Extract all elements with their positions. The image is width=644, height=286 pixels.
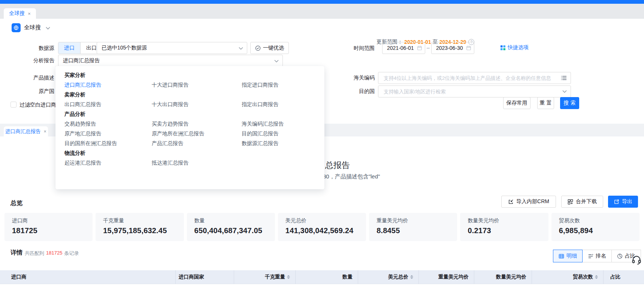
- time-range-label: 时间范围: [330, 42, 375, 54]
- destination-input[interactable]: [383, 88, 559, 95]
- stat-card-kg-weight: 千克重量 15,975,185,632.45: [96, 213, 184, 241]
- date-end-field[interactable]: [431, 42, 474, 54]
- dropdown-item[interactable]: 产品汇总报告: [152, 140, 242, 147]
- save-conditions-button[interactable]: 保存常用: [503, 97, 530, 109]
- sort-icon[interactable]: [410, 275, 413, 279]
- column-importer-country[interactable]: 进口商国家: [176, 270, 234, 284]
- dropdown-item[interactable]: 起运港汇总报告: [64, 160, 152, 166]
- report-title-fragment: 总报告: [325, 160, 350, 171]
- dropdown-item[interactable]: 数据源汇总报告: [242, 140, 324, 147]
- column-usd-per-qty[interactable]: 数量美元均价: [474, 270, 532, 284]
- export-button[interactable]: 导出: [608, 196, 638, 208]
- match-prefix: 共匹配到: [25, 250, 44, 257]
- date-start-field[interactable]: [382, 42, 425, 54]
- one-click-optimize-button[interactable]: 一键优选: [250, 42, 289, 54]
- tab-global-search[interactable]: 全球搜 ×: [4, 8, 36, 19]
- destination-field[interactable]: [378, 85, 571, 97]
- date-end-input[interactable]: [435, 45, 466, 51]
- app-header: 全球搜 使用教程 历史记录 常用条件 隐藏条件 高级搜索 ›: [0, 19, 644, 37]
- export-label: 导出: [622, 198, 632, 205]
- match-summary: 共匹配到 181725 条记录: [25, 250, 79, 257]
- reset-button[interactable]: 重 置: [537, 97, 554, 109]
- import-crm-label: 导入内部CRM: [516, 198, 549, 205]
- pie-icon: [617, 253, 623, 259]
- chevron-down-icon: [562, 90, 567, 93]
- stat-card-trade-count: 贸易次数 6,985,894: [551, 213, 640, 241]
- dropdown-item[interactable]: 出口商汇总报告: [64, 101, 152, 108]
- destination-label: 目的国: [330, 85, 375, 97]
- stat-value: 0.2173: [468, 226, 548, 235]
- stat-label: 数量: [194, 217, 275, 224]
- stat-label: 数量美元均价: [468, 217, 548, 224]
- data-source-select[interactable]: 已选中105个数据源: [97, 42, 247, 54]
- hs-code-input[interactable]: [383, 75, 558, 81]
- stat-card-usd-total: 美元总价 141,308,042,569.24: [278, 213, 366, 241]
- report-type-label: 分析报告: [9, 55, 54, 66]
- origin-country-label: 原产国: [9, 85, 54, 97]
- chevron-down-icon[interactable]: [46, 25, 50, 31]
- stat-card-usd-per-weight: 重量美元均价 8.8455: [369, 213, 457, 241]
- date-range-dash: –: [427, 45, 430, 51]
- dropdown-item[interactable]: 原产地所在洲汇总报告: [152, 130, 242, 137]
- dropdown-item[interactable]: 十大出口商报告: [152, 101, 242, 108]
- dropdown-item[interactable]: 目的国汇总报告: [242, 130, 324, 137]
- result-tab[interactable]: 进口商汇总报告 ×: [4, 126, 48, 136]
- filter-blank-checkbox[interactable]: [10, 102, 16, 108]
- dropdown-item[interactable]: 抵达港汇总报告: [152, 160, 242, 166]
- sort-icon[interactable]: [287, 275, 290, 279]
- column-importer[interactable]: 进口商: [0, 270, 176, 284]
- overview-heading: 总览: [10, 199, 22, 207]
- column-share[interactable]: 占比: [604, 270, 644, 284]
- merge-icon: [568, 199, 573, 205]
- calendar-icon: [417, 45, 422, 51]
- stat-value: 15,975,185,632.45: [103, 226, 184, 235]
- dropdown-item[interactable]: 目的国所在洲汇总报告: [64, 140, 152, 147]
- report-type-dropdown: 买家分析 进口商汇总报告 十大进口商报告 指定进口商报告 卖家分析 出口商汇总报…: [55, 66, 324, 189]
- search-button[interactable]: 搜 索: [560, 97, 579, 109]
- column-usd-total[interactable]: 美元总价: [358, 270, 419, 284]
- stat-label: 贸易次数: [559, 217, 640, 224]
- view-detail-button[interactable]: 明细: [553, 250, 583, 262]
- import-toggle[interactable]: 进口: [58, 42, 80, 54]
- column-kg-weight[interactable]: 千克重量: [234, 270, 296, 284]
- hs-code-field[interactable]: [378, 72, 571, 84]
- column-quantity[interactable]: 数量: [296, 270, 358, 284]
- stat-card-importers: 进口商 181725: [4, 213, 93, 241]
- tab-strip: 全球搜 ×: [0, 4, 644, 19]
- sort-icon[interactable]: [595, 275, 598, 279]
- dropdown-item[interactable]: 指定进口商报告: [242, 82, 324, 88]
- stat-value: 141,308,042,569.24: [285, 226, 366, 235]
- report-type-select[interactable]: 进口商汇总报告: [58, 55, 283, 67]
- dropdown-item[interactable]: 十大进口商报告: [152, 82, 242, 88]
- list-icon[interactable]: [561, 75, 567, 81]
- hs-code-label: 海关编码: [330, 72, 375, 83]
- stat-card-quantity: 数量 650,404,687,347.05: [187, 213, 275, 241]
- column-usd-per-weight[interactable]: 重量美元均价: [419, 270, 474, 284]
- dropdown-item[interactable]: 指定出口商报告: [242, 101, 324, 108]
- view-rank-button[interactable]: 排名: [582, 250, 612, 262]
- quick-options-link[interactable]: 快捷选项: [500, 44, 529, 51]
- dropdown-item[interactable]: 买卖方趋势报告: [152, 121, 242, 127]
- merge-download-button[interactable]: 合并下载: [561, 196, 603, 208]
- column-trade-count[interactable]: 贸易次数: [532, 270, 604, 284]
- tab-label: 全球搜: [9, 10, 25, 17]
- match-count: 181725: [46, 250, 62, 257]
- stat-value: 650,404,687,347.05: [194, 226, 275, 235]
- stat-label: 重量美元均价: [377, 217, 457, 224]
- trade-direction-toggle: 进口 出口: [58, 42, 103, 54]
- dropdown-item[interactable]: 交易趋势报告: [64, 121, 152, 127]
- detail-heading: 详情: [10, 249, 22, 257]
- date-start-input[interactable]: [386, 45, 417, 51]
- dropdown-group-title: 物流分析: [64, 150, 152, 157]
- calendar-icon: [466, 45, 471, 51]
- import-crm-button[interactable]: 导入内部CRM: [501, 196, 556, 208]
- dropdown-item[interactable]: 原产地汇总报告: [64, 130, 152, 137]
- close-icon[interactable]: ×: [44, 129, 46, 134]
- customer-service-button[interactable]: [630, 253, 643, 266]
- dropdown-item[interactable]: 海关编码汇总报告: [242, 121, 324, 127]
- dropdown-group-title: 买家分析: [64, 72, 152, 79]
- browser-top-bar: [0, 0, 644, 4]
- quick-options-label: 快捷选项: [508, 44, 529, 51]
- dropdown-item-selected[interactable]: 进口商汇总报告: [64, 82, 152, 88]
- close-icon[interactable]: ×: [28, 11, 31, 16]
